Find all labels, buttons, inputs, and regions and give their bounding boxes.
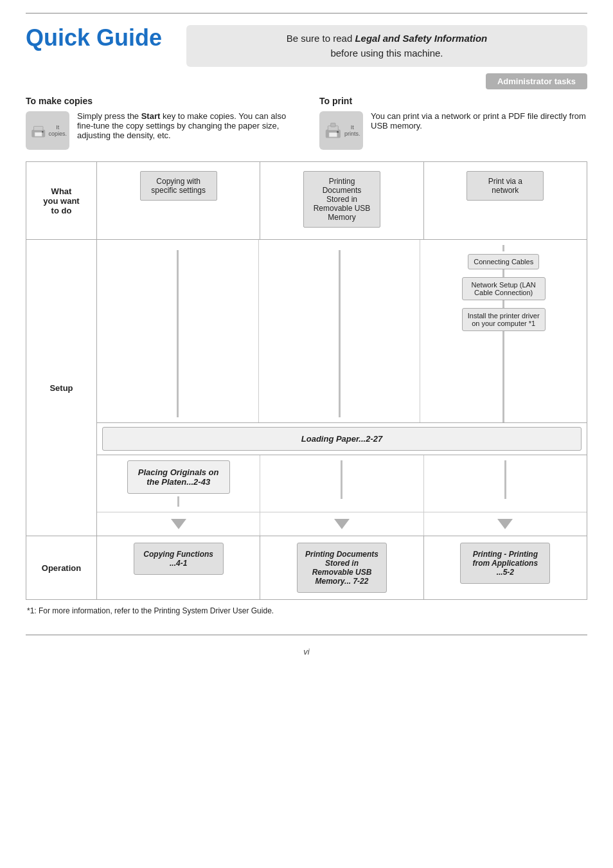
setup-content: Connecting Cables Network Setup (LAN Cab… bbox=[97, 240, 587, 536]
setup-col-network: Connecting Cables Network Setup (LAN Cab… bbox=[420, 240, 587, 422]
copies-section: To make copies It copies. Simply press t… bbox=[26, 96, 294, 150]
print-content: It prints. You can print via a network o… bbox=[319, 111, 587, 150]
arrow-down-3 bbox=[497, 519, 513, 529]
op-col-network: Printing - Printing from Applications ..… bbox=[424, 536, 587, 599]
arrow-row bbox=[97, 512, 587, 536]
vline-usb2 bbox=[341, 460, 342, 499]
col-copying: Copying with specific settings bbox=[97, 162, 260, 239]
copies-title: To make copies bbox=[26, 96, 294, 106]
arrow-col1 bbox=[97, 512, 260, 536]
admin-box: Administrator tasks bbox=[26, 73, 587, 89]
connector2 bbox=[502, 300, 504, 308]
connecting-cables-box: Connecting Cables bbox=[468, 254, 539, 269]
setup-label: Setup bbox=[26, 240, 97, 536]
admin-label: Administrator tasks bbox=[486, 73, 587, 89]
network-setup-box: Network Setup (LAN Cable Connection) bbox=[462, 277, 546, 300]
svg-point-3 bbox=[42, 131, 44, 133]
bottom-rule bbox=[26, 635, 587, 635]
svg-rect-1 bbox=[34, 126, 43, 131]
svg-rect-6 bbox=[329, 132, 337, 137]
install-printer-box: Install the printer driver on your compu… bbox=[462, 308, 546, 331]
vline-copying bbox=[177, 250, 179, 417]
col-network: Print via a network bbox=[424, 162, 587, 239]
print-title: To print bbox=[319, 96, 587, 106]
usb-placing-col bbox=[260, 455, 423, 512]
copies-icon-label: It copies. bbox=[48, 124, 67, 137]
copies-icon: It copies. bbox=[26, 111, 69, 150]
op-col-copying: Copying Functions ...4-1 bbox=[97, 536, 260, 599]
col-usb: Printing Documents Stored in Removable U… bbox=[260, 162, 423, 239]
connector-top bbox=[502, 245, 504, 251]
page-number: vi bbox=[26, 647, 587, 656]
connector1 bbox=[502, 269, 504, 277]
what-row: Whatyou wantto do Copying with specific … bbox=[26, 162, 587, 240]
arrow-col3 bbox=[424, 512, 587, 536]
setup-cols: Connecting Cables Network Setup (LAN Cab… bbox=[97, 240, 587, 422]
copies-content: It copies. Simply press the Start key to… bbox=[26, 111, 294, 150]
setup-row: Setup Connecting Ca bbox=[26, 240, 587, 536]
intro-sections: To make copies It copies. Simply press t… bbox=[26, 96, 587, 150]
notice-bold: Legal and Safety Information bbox=[355, 33, 487, 44]
loading-paper-box: Loading Paper...2-27 bbox=[102, 427, 582, 451]
loading-paper-row: Loading Paper...2-27 bbox=[97, 422, 587, 455]
placing-originals-box: Placing Originals on the Platen...2-43 bbox=[127, 460, 230, 494]
notice-box: Be sure to read Legal and Safety Informa… bbox=[186, 25, 587, 67]
arrow-down-2 bbox=[334, 519, 350, 529]
placing-col: Placing Originals on the Platen...2-43 bbox=[97, 455, 260, 512]
copier-svg bbox=[28, 116, 48, 145]
setup-col-usb bbox=[259, 240, 421, 422]
operation-row: Operation Copying Functions ...4-1 Print… bbox=[26, 536, 587, 599]
page-title: Quick Guide bbox=[26, 25, 167, 51]
op-usb-box: Printing Documents Stored in Removable U… bbox=[297, 543, 387, 593]
operation-label: Operation bbox=[26, 536, 97, 599]
printer-svg bbox=[322, 116, 344, 145]
svg-point-7 bbox=[337, 131, 339, 133]
page: Quick Guide Be sure to read Legal and Sa… bbox=[0, 0, 613, 868]
copies-body: Simply press the Start key to make copie… bbox=[77, 111, 294, 140]
arrow-col2 bbox=[260, 512, 423, 536]
setup-col-copying bbox=[97, 240, 259, 422]
top-rule bbox=[26, 13, 587, 14]
op-copying-box: Copying Functions ...4-1 bbox=[134, 543, 224, 575]
footnote: *1: For more information, refer to the P… bbox=[27, 606, 587, 615]
print-icon-label: It prints. bbox=[344, 124, 360, 137]
what-label-text: Whatyou wantto do bbox=[43, 186, 79, 215]
notice-suffix: before using this machine. bbox=[330, 48, 443, 59]
placing-row: Placing Originals on the Platen...2-43 bbox=[97, 455, 587, 512]
vline-net2 bbox=[504, 460, 506, 499]
flow-diagram: Whatyou wantto do Copying with specific … bbox=[26, 161, 587, 600]
print-body: You can print via a network or print a P… bbox=[371, 111, 587, 131]
what-label: Whatyou wantto do bbox=[26, 162, 97, 239]
connector3 bbox=[502, 331, 504, 422]
usb-box: Printing Documents Stored in Removable U… bbox=[303, 171, 380, 228]
print-section: To print It prints. You can print via a … bbox=[319, 96, 587, 150]
net-placing-col bbox=[424, 455, 587, 512]
header-row: Quick Guide Be sure to read Legal and Sa… bbox=[26, 25, 587, 67]
print-icon: It prints. bbox=[319, 111, 363, 150]
op-col-usb: Printing Documents Stored in Removable U… bbox=[260, 536, 423, 599]
network-box: Print via a network bbox=[466, 171, 544, 201]
connector-placing bbox=[177, 496, 179, 507]
op-network-box: Printing - Printing from Applications ..… bbox=[460, 543, 550, 584]
svg-rect-2 bbox=[35, 132, 42, 137]
svg-rect-8 bbox=[331, 123, 335, 127]
op-cols: Copying Functions ...4-1 Printing Docume… bbox=[97, 536, 587, 599]
vline-usb bbox=[339, 250, 341, 417]
copying-box: Copying with specific settings bbox=[140, 171, 217, 201]
arrow-down-1 bbox=[171, 519, 186, 529]
notice-prefix: Be sure to read bbox=[287, 33, 355, 44]
